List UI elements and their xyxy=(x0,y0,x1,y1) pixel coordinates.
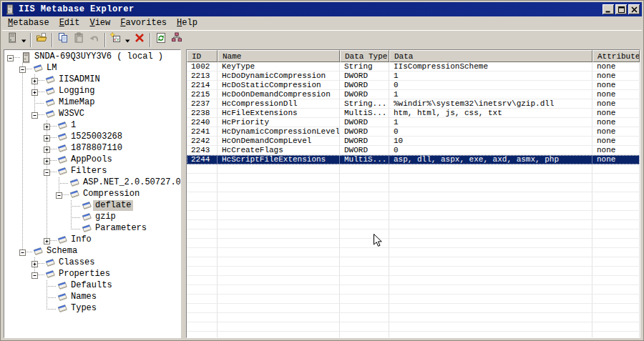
tree-item[interactable]: Types xyxy=(4,303,180,315)
table-row[interactable]: 2237HcCompressionDllString...%windir%\sy… xyxy=(187,99,640,109)
table-row[interactable] xyxy=(187,192,640,202)
tree-item-label[interactable]: LM xyxy=(44,63,59,74)
tree-item[interactable]: ASP.NET_2.0.50727.0 xyxy=(4,177,180,189)
paste-button[interactable] xyxy=(71,32,87,48)
collapse-icon[interactable] xyxy=(7,54,14,61)
minimize-button[interactable] xyxy=(602,4,614,14)
tree-item-label[interactable]: Filters xyxy=(69,166,109,177)
collapse-icon[interactable] xyxy=(31,112,38,118)
table-row[interactable]: 2243HcCreateFlagsDWORD0none xyxy=(187,146,640,155)
tree-item-label[interactable]: deflate xyxy=(93,200,133,211)
expand-icon[interactable] xyxy=(31,260,38,267)
tree-item[interactable]: W3SVC xyxy=(4,109,180,120)
copy-button[interactable] xyxy=(55,32,71,48)
menu-favorites[interactable]: Favorites xyxy=(115,17,172,29)
delete-button[interactable] xyxy=(132,32,147,48)
tree-item[interactable]: LM xyxy=(4,63,180,74)
table-row[interactable]: 2240HcPriorityDWORD1none xyxy=(187,118,640,127)
tree-item[interactable]: Schema xyxy=(4,246,180,257)
tree-item-label[interactable]: Types xyxy=(69,303,99,314)
tree-item-label[interactable]: 1878807110 xyxy=(69,143,125,154)
table-row[interactable] xyxy=(187,211,640,220)
tree-item-label[interactable]: 1525003268 xyxy=(69,132,125,142)
expand-icon[interactable] xyxy=(31,77,38,84)
collapse-icon[interactable] xyxy=(31,272,38,278)
collapse-icon[interactable] xyxy=(44,169,50,175)
table-row[interactable]: 2215HcDoOnDemandCompressionDWORD1none xyxy=(187,90,640,99)
connect-server-button[interactable] xyxy=(4,32,20,48)
table-row[interactable]: 1002KeyTypeStringIIsCompressionSchemenon… xyxy=(187,62,640,71)
table-row[interactable] xyxy=(187,239,640,248)
expand-icon[interactable] xyxy=(31,89,38,95)
tree-item[interactable]: MimeMap xyxy=(4,97,180,109)
table-row[interactable] xyxy=(187,164,640,174)
tree-item-label[interactable]: 1 xyxy=(69,120,78,131)
table-row[interactable]: 2241HcDynamicCompressionLevelDWORD0none xyxy=(187,127,640,137)
tree-item[interactable]: 1 xyxy=(4,120,180,132)
tree-item-label[interactable]: Schema xyxy=(44,246,79,257)
tree-item-label[interactable]: gzip xyxy=(93,212,118,222)
tree-item[interactable]: Classes xyxy=(4,257,180,269)
tree-item[interactable]: Filters xyxy=(4,166,180,177)
tree-item[interactable]: AppPools xyxy=(4,154,180,166)
tree-item[interactable]: Compression xyxy=(4,189,180,200)
tree-item-label[interactable]: Properties xyxy=(57,269,112,280)
tree-item-label[interactable]: Names xyxy=(69,292,99,302)
menu-edit[interactable]: Edit xyxy=(54,17,85,29)
maximize-button[interactable] xyxy=(615,4,627,14)
tree-item[interactable]: IISADMIN xyxy=(4,74,180,86)
collapse-icon[interactable] xyxy=(56,192,62,198)
menu-help[interactable]: Help xyxy=(172,17,203,29)
panel-splitter[interactable] xyxy=(181,49,186,341)
expand-icon[interactable] xyxy=(44,157,50,164)
new-key-button[interactable] xyxy=(108,32,124,48)
table-row[interactable] xyxy=(187,304,640,313)
table-row[interactable] xyxy=(187,313,640,322)
table-row[interactable] xyxy=(187,285,640,295)
open-button[interactable] xyxy=(34,32,49,48)
table-row[interactable]: 2213HcDoDynamicCompressionDWORD1none xyxy=(187,71,640,81)
table-row[interactable]: 2242HcOnDemandCompLevelDWORD10none xyxy=(187,137,640,146)
close-button[interactable] xyxy=(628,4,640,14)
tree-item[interactable]: Names xyxy=(4,292,180,303)
tree-item-label[interactable]: IISADMIN xyxy=(57,74,102,85)
connect-server-dropdown[interactable] xyxy=(20,32,28,48)
table-row[interactable] xyxy=(187,220,640,229)
collapse-icon[interactable] xyxy=(19,66,26,72)
tree-item[interactable]: Logging xyxy=(4,86,180,97)
tree-item[interactable]: SNDA-69Q3UYY3V6 ( local ) xyxy=(4,51,180,63)
tree-item-label[interactable]: W3SVC xyxy=(57,109,87,119)
tree-item-label[interactable]: Compression xyxy=(81,189,142,199)
tree-item-label[interactable]: Classes xyxy=(57,257,97,268)
tree-item[interactable]: gzip xyxy=(4,212,180,223)
tree-item-label[interactable]: Defaults xyxy=(69,280,114,291)
table-row[interactable] xyxy=(187,248,640,257)
table-row[interactable]: 2244HcScriptFileExtensionsMultiS...asp, … xyxy=(187,155,640,164)
view-tree-button[interactable] xyxy=(169,32,185,48)
table-row[interactable] xyxy=(187,332,640,338)
new-key-dropdown[interactable] xyxy=(124,32,132,48)
table-row[interactable] xyxy=(187,202,640,211)
table-row[interactable] xyxy=(187,174,640,183)
column-header-data-type[interactable]: Data Type xyxy=(340,50,389,62)
table-row[interactable] xyxy=(187,183,640,192)
undo-button[interactable] xyxy=(87,32,102,48)
tree-item-label[interactable]: Parameters xyxy=(93,223,149,234)
tree-item-label[interactable]: ASP.NET_2.0.50727.0 xyxy=(81,177,181,188)
table-row[interactable] xyxy=(187,267,640,276)
tree-item[interactable]: deflate xyxy=(4,200,180,212)
tree-item-label[interactable]: Info xyxy=(69,234,94,245)
table-row[interactable]: 2214HcDoStaticCompressionDWORD0none xyxy=(187,81,640,90)
tree-item[interactable]: Info xyxy=(4,234,180,246)
table-row[interactable] xyxy=(187,257,640,267)
tree-item[interactable]: Defaults xyxy=(4,280,180,292)
column-header-id[interactable]: ID xyxy=(187,50,218,62)
column-header-data[interactable]: Data xyxy=(389,50,592,62)
tree-item-label[interactable]: MimeMap xyxy=(57,97,97,108)
column-header-attributes[interactable]: Attributes xyxy=(592,50,640,62)
tree-item-label[interactable]: AppPools xyxy=(69,154,114,165)
table-row[interactable] xyxy=(187,322,640,332)
tree-item[interactable]: Parameters xyxy=(4,223,180,234)
expand-icon[interactable] xyxy=(44,237,50,244)
expand-icon[interactable] xyxy=(44,146,50,152)
